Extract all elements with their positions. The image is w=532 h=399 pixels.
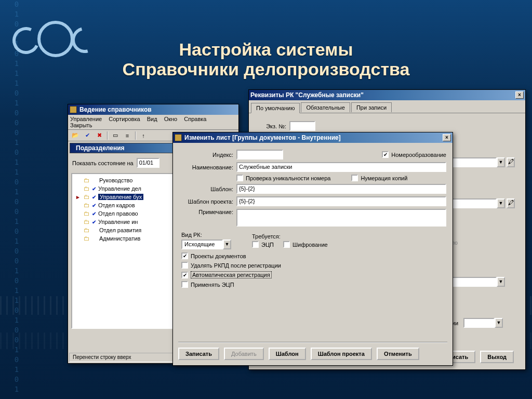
check-icon: ✔ <box>92 219 96 225</box>
app-icon <box>175 134 182 141</box>
proj-template-button[interactable]: Шаблон проекта <box>311 348 372 360</box>
numbering-checkbox[interactable]: ✔ Номерообразование <box>382 151 446 158</box>
ekz-label: Экз. №: <box>258 123 289 129</box>
name-input[interactable]: Служебные записки <box>236 162 446 172</box>
tab-required[interactable]: Обязательные <box>301 102 350 112</box>
menu-close[interactable]: Закрыть <box>70 122 92 128</box>
tb-x-icon[interactable]: ✖ <box>94 131 104 140</box>
tree-item-label: Управление ин <box>98 219 138 225</box>
check-icon: ✔ <box>92 194 96 200</box>
tb-up-icon[interactable]: ↑ <box>138 131 149 140</box>
note-label: Примечание: <box>179 209 236 215</box>
tree-item-label: Отдел правово <box>98 210 138 217</box>
proj-template-label: Шаблон проекта: <box>179 198 236 205</box>
titlebar-rk[interactable]: Реквизиты РК "Служебные записки" × <box>249 90 525 100</box>
rk-type-select[interactable]: Исходящие▼ <box>181 240 231 249</box>
close-icon[interactable]: × <box>443 134 451 141</box>
template-input[interactable]: {5}-{2} <box>236 184 446 194</box>
save-button[interactable]: Записать <box>178 348 219 360</box>
name-label: Наименование: <box>179 164 236 170</box>
rk-select-4[interactable]: ▼ <box>463 318 503 328</box>
apply-eds-checkbox[interactable]: Применять ЭЦП <box>181 281 446 288</box>
menu-manage[interactable]: Управление <box>70 116 102 122</box>
tree-item-label: Отдел развития <box>99 227 141 233</box>
note-input[interactable] <box>236 209 446 227</box>
menu-view[interactable]: Вид <box>147 116 157 122</box>
app-icon <box>70 106 77 113</box>
window-title-rk: Реквизиты РК "Служебные записки" <box>250 91 514 99</box>
menu-sort[interactable]: Сортировка <box>109 116 140 122</box>
add-button[interactable]: Добавить <box>224 348 264 360</box>
unique-checkbox[interactable]: Проверка уникальности номера <box>236 175 330 181</box>
current-marker-icon: ▸ <box>76 194 79 201</box>
folder-icon: 🗀 <box>84 193 90 201</box>
tree-item-label: Административ <box>99 235 140 242</box>
rk-type-label: Вид РК: <box>181 232 231 238</box>
template-button[interactable]: Шаблон <box>269 348 306 360</box>
window-title-reference: Ведение справочников <box>79 106 237 113</box>
slide-title-line1: Настройка системы <box>179 39 353 59</box>
index-label: Индекс: <box>179 152 236 158</box>
autoreg-checkbox[interactable]: ✔Автоматическая регистрация <box>181 271 446 278</box>
ekz-input[interactable] <box>289 121 315 131</box>
tb-open-icon[interactable]: 📂 <box>70 131 81 140</box>
encrypt-checkbox[interactable]: Шифрование <box>283 241 328 248</box>
folder-icon: 🗀 <box>84 185 90 192</box>
tree-item-label: Руководство <box>99 177 132 183</box>
titlebar-reference[interactable]: Ведение справочников <box>68 104 238 115</box>
check-icon: ✔ <box>92 211 96 217</box>
folder-icon: 🗀 <box>84 218 90 225</box>
tabstrip-rk: По умолчанию Обязательные При записи <box>249 100 525 113</box>
tree-item-label: Отдел кадров <box>98 202 135 208</box>
required-label: Требуется: <box>252 233 328 240</box>
template-label: Шаблон: <box>179 186 236 192</box>
copynum-checkbox[interactable]: Нумерация копий <box>351 175 407 181</box>
del-after-checkbox[interactable]: Удалять РКПД после регистрации <box>181 262 446 269</box>
tb-check-icon[interactable]: ✔ <box>82 131 92 140</box>
tb-cards-icon[interactable]: ▭ <box>110 131 121 140</box>
picker-icon[interactable]: 🖍 <box>507 198 515 208</box>
window-title-edit: Изменить лист [Группы документов - Внутр… <box>184 134 442 141</box>
folder-icon: 🗀 <box>84 235 90 242</box>
menu-window[interactable]: Окно <box>164 116 178 122</box>
filter-label: Показать состояние на <box>72 160 134 166</box>
close-icon[interactable]: × <box>515 91 524 99</box>
rk-exit-button[interactable]: Выход <box>480 351 514 363</box>
tb-list-icon[interactable]: ≡ <box>122 131 132 140</box>
cancel-button[interactable]: Отменить <box>377 348 419 360</box>
proj-docs-checkbox[interactable]: ✔Проекты документов <box>181 252 446 259</box>
titlebar-edit[interactable]: Изменить лист [Группы документов - Внутр… <box>173 132 453 143</box>
window-edit-sheet: Изменить лист [Группы документов - Внутр… <box>172 132 453 366</box>
tab-onsave[interactable]: При записи <box>351 102 392 112</box>
proj-template-input[interactable]: {5}-{2} <box>236 196 446 206</box>
folder-icon: 🗀 <box>84 202 90 209</box>
tab-default[interactable]: По умолчанию <box>251 103 300 113</box>
picker-icon[interactable]: 🖍 <box>507 157 515 167</box>
slide-title: Настройка системы Справочники делопроизв… <box>0 39 532 79</box>
menu-help[interactable]: Справка <box>184 116 206 122</box>
tree-item-label: Управление бух <box>98 194 143 200</box>
folder-icon: 🗀 <box>84 227 90 234</box>
index-input[interactable] <box>236 150 283 159</box>
slide-title-line2: Справочники делопроизводства <box>123 59 410 79</box>
check-icon: ✔ <box>92 186 96 192</box>
menubar: Управление Сортировка Вид Окно Справка З… <box>68 115 238 130</box>
filter-date-input[interactable]: 01/01 <box>137 158 159 168</box>
tree-item-label: Управление дел <box>98 185 141 192</box>
eds-checkbox[interactable]: ЭЦП <box>252 241 274 248</box>
folder-icon: 🗀 <box>84 210 90 217</box>
check-icon: ✔ <box>92 203 96 208</box>
folder-icon: 🗀 <box>84 177 90 184</box>
